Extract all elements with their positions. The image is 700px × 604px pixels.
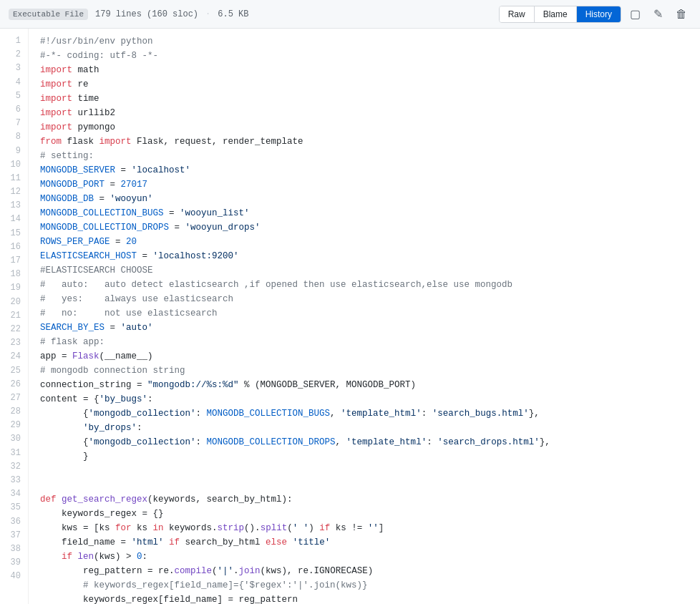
code-line: ROWS_PER_PAGE = 20 <box>40 235 689 249</box>
btn-group: Raw Blame History <box>499 6 621 23</box>
code-line: ELASTICSEARCH_HOST = 'localhost:9200' <box>40 249 689 263</box>
code-line: # mongodb connection string <box>40 364 689 378</box>
sep1: · <box>205 9 210 19</box>
line-number: 21 <box>7 309 21 323</box>
line-number: 26 <box>7 378 21 391</box>
executable-badge: Executable File <box>9 9 88 20</box>
code-line: # setting: <box>40 149 689 163</box>
code-line: import math <box>40 63 689 77</box>
code-line: #-*- coding: utf-8 -*- <box>40 49 689 63</box>
code-line: # no: not use elasticsearch <box>40 306 689 321</box>
line-number: 32 <box>7 460 21 474</box>
code-line: # yes: always use elasticsearch <box>40 292 689 306</box>
line-number: 22 <box>7 323 21 336</box>
line-number: 24 <box>7 350 21 364</box>
code-line: MONGODB_DB = 'wooyun' <box>40 192 689 206</box>
line-number: 7 <box>7 117 21 130</box>
lines-info: 179 lines (160 sloc) <box>95 9 198 19</box>
code-line: MONGODB_COLLECTION_BUGS = 'wooyun_list' <box>40 206 689 220</box>
line-number: 31 <box>7 447 21 460</box>
top-bar: Executable File 179 lines (160 sloc) · 6… <box>0 0 700 29</box>
line-number: 17 <box>7 254 21 268</box>
line-number: 28 <box>7 405 21 419</box>
code-line: keywords_regex = {} <box>40 507 689 521</box>
code-line: content = {'by_bugs': <box>40 392 689 406</box>
code-line: {'mongodb_collection': MONGODB_COLLECTIO… <box>40 435 689 449</box>
code-line: reg_pattern = re.compile('|'.join(kws), … <box>40 564 689 578</box>
line-number: 25 <box>7 364 21 378</box>
line-number: 9 <box>7 145 21 158</box>
line-number: 35 <box>7 501 21 515</box>
code-lines: #!/usr/bin/env python#-*- coding: utf-8 … <box>29 29 700 604</box>
code-line: MONGODB_PORT = 27017 <box>40 177 689 192</box>
line-number: 13 <box>7 199 21 213</box>
code-line: import pymongo <box>40 120 689 135</box>
blame-button[interactable]: Blame <box>535 6 577 22</box>
code-line: def get_search_regex(keywords, search_by… <box>40 492 689 507</box>
display-icon-button[interactable]: ▢ <box>626 4 645 24</box>
code-line: connection_string = "mongodb://%s:%d" % … <box>40 378 689 392</box>
line-number: 30 <box>7 432 21 446</box>
code-line: import urllib2 <box>40 106 689 120</box>
line-number: 33 <box>7 474 21 487</box>
line-number: 14 <box>7 213 21 226</box>
code-line: 'by_drops': <box>40 421 689 435</box>
line-number: 15 <box>7 227 21 240</box>
line-number: 11 <box>7 172 21 185</box>
code-area: 1234567891011121314151617181920212223242… <box>0 29 700 604</box>
line-number: 16 <box>7 240 21 254</box>
line-number: 27 <box>7 391 21 405</box>
line-number: 38 <box>7 542 21 556</box>
line-number: 4 <box>7 76 21 89</box>
code-line: # keywords_regex[field_name]={'$regex':'… <box>40 578 689 593</box>
line-number: 1 <box>7 34 21 48</box>
line-numbers: 1234567891011121314151617181920212223242… <box>0 29 29 604</box>
code-line: # auto: auto detect elasticsearch ,if op… <box>40 278 689 292</box>
line-number: 20 <box>7 296 21 309</box>
code-line: } <box>40 449 689 464</box>
code-line: kws = [ks for ks in keywords.strip().spl… <box>40 521 689 535</box>
delete-icon-button[interactable]: 🗑 <box>671 5 691 24</box>
line-number: 8 <box>7 130 21 144</box>
code-line: {'mongodb_collection': MONGODB_COLLECTIO… <box>40 406 689 421</box>
line-number: 36 <box>7 515 21 529</box>
code-line: if len(kws) > 0: <box>40 550 689 564</box>
line-number: 37 <box>7 529 21 542</box>
file-info: Executable File 179 lines (160 sloc) · 6… <box>9 9 248 20</box>
line-number: 23 <box>7 336 21 350</box>
line-number: 34 <box>7 487 21 501</box>
code-line: app = Flask(__name__) <box>40 349 689 364</box>
line-number: 29 <box>7 419 21 432</box>
line-number: 18 <box>7 268 21 281</box>
line-number: 5 <box>7 89 21 103</box>
line-number: 19 <box>7 281 21 295</box>
history-button[interactable]: History <box>577 6 621 22</box>
toolbar-right: Raw Blame History ▢ ✎ 🗑 <box>499 4 691 24</box>
line-number: 39 <box>7 556 21 570</box>
line-number: 40 <box>7 570 21 583</box>
code-line: #!/usr/bin/env python <box>40 34 689 49</box>
code-line: keywords_regex[field_name] = reg_pattern <box>40 593 689 604</box>
code-line: MONGODB_SERVER = 'localhost' <box>40 163 689 177</box>
code-line: MONGODB_COLLECTION_DROPS = 'wooyun_drops… <box>40 220 689 235</box>
line-number: 12 <box>7 185 21 199</box>
code-line <box>40 464 689 478</box>
code-line <box>40 478 689 492</box>
code-line: import re <box>40 77 689 92</box>
code-line: import time <box>40 92 689 106</box>
line-number: 3 <box>7 62 21 75</box>
edit-icon-button[interactable]: ✎ <box>649 4 667 24</box>
line-number: 2 <box>7 48 21 62</box>
code-line: SEARCH_BY_ES = 'auto' <box>40 321 689 335</box>
code-line: from flask import Flask, request, render… <box>40 135 689 149</box>
code-line: #ELASTICSEARCH CHOOSE <box>40 263 689 278</box>
size-info: 6.5 KB <box>218 9 248 19</box>
line-number: 10 <box>7 158 21 172</box>
raw-button[interactable]: Raw <box>500 6 535 22</box>
line-number: 6 <box>7 103 21 117</box>
code-line: # flask app: <box>40 335 689 349</box>
code-line: field_name = 'html' if search_by_html el… <box>40 535 689 550</box>
